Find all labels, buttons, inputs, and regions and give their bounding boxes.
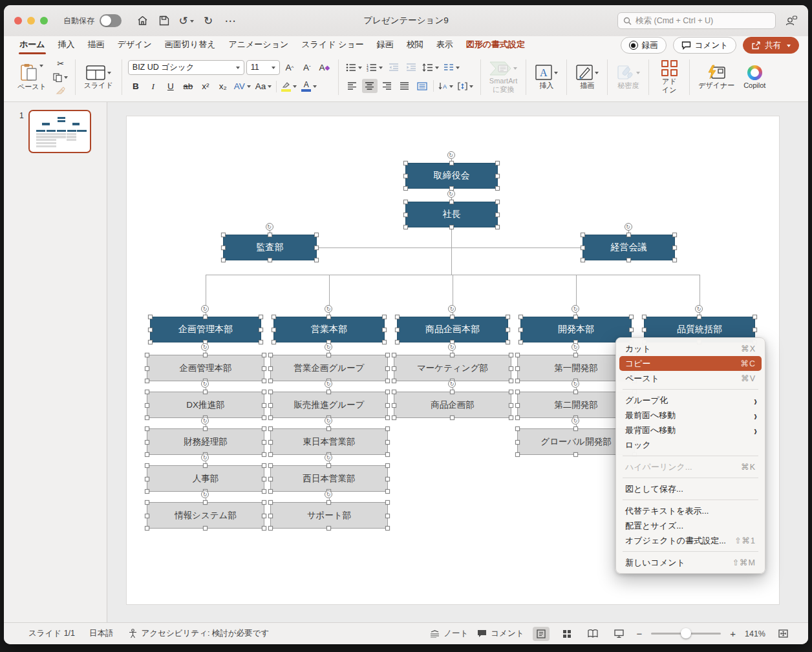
selection-handle[interactable] [203,526,208,531]
subscript-button[interactable]: x₂ [215,79,231,94]
menu-item[interactable]: カット⌘X [619,341,762,356]
selection-handle[interactable] [145,452,149,457]
undo-button[interactable]: ↺ [177,12,195,29]
rotation-handle[interactable]: ↻ [325,454,332,461]
selection-handle[interactable] [509,366,513,371]
convert-to-smartart-button[interactable]: SmartArtに変換 [487,60,520,94]
org-node[interactable]: 監査部↻ [223,235,317,260]
selection-handle[interactable] [495,161,500,165]
selection-handle[interactable] [642,328,646,332]
sensitivity-button[interactable]: 秘密度 [614,63,643,91]
home-icon[interactable] [133,12,151,29]
selection-handle[interactable] [385,452,390,457]
selection-handle[interactable] [145,426,149,431]
selection-handle[interactable] [326,526,331,531]
line-spacing-button[interactable] [421,60,440,74]
selection-handle[interactable] [262,477,266,481]
selection-handle[interactable] [392,415,396,420]
autosave-toggle[interactable] [100,14,122,27]
org-node[interactable]: 人事部↻ [147,465,264,492]
align-right-button[interactable] [379,79,395,93]
org-node[interactable]: 商品企画本部↻ [397,317,508,342]
new-slide-button[interactable]: スライド [81,64,116,91]
selection-handle[interactable] [450,353,454,357]
selection-handle[interactable] [626,258,631,262]
rotation-handle[interactable]: ↻ [572,380,579,388]
selection-handle[interactable] [518,340,523,344]
selection-handle[interactable] [262,379,266,383]
selection-handle[interactable] [262,489,266,494]
paste-button[interactable]: ペースト [15,62,49,92]
org-node[interactable]: 企画管理本部↻ [150,317,261,342]
org-node[interactable]: 西日本営業部↻ [270,465,388,492]
selection-handle[interactable] [145,526,149,531]
selection-handle[interactable] [221,258,226,262]
selection-handle[interactable] [495,213,500,217]
selection-handle[interactable] [515,366,520,371]
ribbon-tab[interactable]: 画面切り替え [158,37,222,54]
menu-item[interactable]: 新しいコメント⇧⌘M [619,555,762,570]
selection-handle[interactable] [626,233,631,237]
accessibility-status[interactable]: アクセシビリティ: 検討が必要です [128,628,270,639]
selection-handle[interactable] [326,353,331,357]
selection-handle[interactable] [382,340,387,344]
selection-handle[interactable] [581,246,585,250]
org-node[interactable]: 情報システム部↻ [147,502,264,529]
selection-handle[interactable] [268,526,273,531]
align-text-button[interactable] [456,79,475,93]
selection-handle[interactable] [268,403,273,408]
zoom-button[interactable] [40,17,48,25]
selection-handle[interactable] [395,328,400,332]
fit-to-window-button[interactable] [775,627,791,641]
selection-handle[interactable] [392,353,396,357]
org-node[interactable]: 営業企画グループ↻ [270,355,388,381]
minimize-button[interactable] [27,17,35,25]
ribbon-tab[interactable]: 描画 [81,37,111,54]
selection-handle[interactable] [145,500,149,505]
selection-handle[interactable] [515,379,520,383]
selection-handle[interactable] [392,366,396,371]
selection-handle[interactable] [268,366,273,371]
selection-handle[interactable] [672,258,677,262]
selection-handle[interactable] [495,225,500,229]
org-node[interactable]: 企画管理本部↻ [147,355,264,381]
org-node[interactable]: サポート部↻ [270,502,388,529]
selection-handle[interactable] [573,390,578,394]
decrease-indent-button[interactable] [386,60,401,74]
selection-handle[interactable] [145,403,149,408]
selection-handle[interactable] [385,440,390,445]
rotation-handle[interactable]: ↻ [201,343,209,351]
selection-handle[interactable] [268,477,273,481]
org-node[interactable]: 営業本部↻ [273,317,385,342]
selection-handle[interactable] [515,403,520,408]
selection-handle[interactable] [385,500,390,505]
distribute-text-button[interactable] [414,79,430,93]
selection-handle[interactable] [392,390,396,394]
rotation-handle[interactable]: ↻ [201,305,209,313]
selection-handle[interactable] [506,328,510,332]
selection-handle[interactable] [268,500,273,505]
selection-handle[interactable] [268,233,272,237]
align-center-button[interactable] [362,79,378,93]
zoom-in-button[interactable]: + [730,628,736,639]
selection-handle[interactable] [268,489,273,494]
selection-handle[interactable] [509,379,513,383]
selection-handle[interactable] [515,353,520,357]
org-node[interactable]: 財務経理部↻ [147,428,264,455]
selection-handle[interactable] [573,452,578,457]
rotation-handle[interactable]: ↻ [201,417,209,425]
selection-handle[interactable] [385,526,390,531]
reading-view-button[interactable] [584,627,601,641]
slide-thumbnail[interactable] [28,110,91,153]
slideshow-view-button[interactable] [610,627,627,641]
align-left-button[interactable] [345,79,360,93]
selection-handle[interactable] [268,390,273,394]
selection-handle[interactable] [385,426,390,431]
rotation-handle[interactable]: ↻ [572,417,579,425]
selection-handle[interactable] [262,514,266,518]
comments-button[interactable]: コメント [673,37,736,54]
selection-handle[interactable] [326,390,331,394]
selection-handle[interactable] [145,463,149,468]
selection-handle[interactable] [203,390,208,394]
selection-handle[interactable] [382,315,387,319]
